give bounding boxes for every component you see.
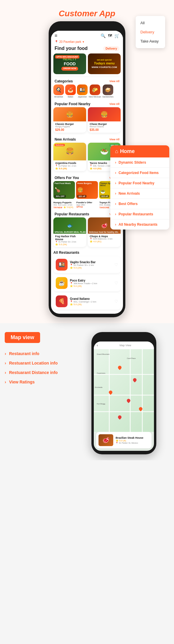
chevron-best-offers: › [115, 202, 116, 206]
map-restaurant-card[interactable]: 🥩 Brazilian Steak House ⭐ 5.0 (8) 📍 91 P… [96, 432, 152, 448]
all-restaurants-title: All Restaurants [53, 249, 121, 256]
popular-food-title: Popular Food Nearby [55, 102, 90, 106]
feature-view-ratings[interactable]: › View Ratings [5, 377, 73, 387]
home-item-categorized[interactable]: › Categorized Food Items [110, 168, 169, 178]
restaurant-fog-harbor[interactable]: 🐟 SPACIAL BURGER MEAL PLAN Fog Harbor Fi… [53, 217, 86, 247]
arrival-argentina[interactable]: 🍔 Delicious Argentina Foods 📍 91 Parker … [53, 143, 86, 171]
home-item-all-nearby[interactable]: › All Nearby Restaurants [110, 219, 169, 230]
best-offers-label: Best Offers [119, 202, 138, 206]
category-japanese[interactable]: 🍱 Japanese [77, 84, 88, 98]
cheez-burger-body: Cheez Burger Momun Snacks $35.00 [88, 121, 121, 133]
home-item-new-arrivals[interactable]: › New Arrivals [110, 188, 169, 199]
dropdown-takeway[interactable]: Take Away [136, 37, 165, 46]
vagito-heart-icon[interactable]: ♡ [114, 262, 118, 267]
banner-website: WWW.YOURSITE.COM [91, 66, 117, 69]
chevron-popular-food: › [115, 181, 116, 185]
chops-hops-name: Chops & Hops [90, 235, 119, 238]
category-breakfast[interactable]: 🍳 Breakfast [53, 84, 64, 98]
mexican-icon: 🌮 [90, 84, 100, 95]
banner-right[interactable]: eat and special Todays menu WWW.YOURSITE… [88, 53, 121, 74]
cheez-burger-price: $35.00 [90, 128, 119, 131]
cheez-burger-shop: Momun Snacks [90, 126, 119, 128]
offer-card-2[interactable]: $20 off Home Burgers 🍔 [76, 181, 98, 199]
map-pin-2[interactable] [132, 378, 137, 383]
banner-discount-badge: UPTO 60% DISCOUNT [55, 55, 79, 58]
grand-rating: ⭐ 5.0 (26) [70, 303, 112, 306]
grand-heart-icon[interactable]: ♡ [114, 299, 118, 304]
phone-notch-2 [112, 336, 136, 341]
home-item-dynamic-sliders[interactable]: › Dynamic Sliders [110, 157, 169, 168]
breakfast-label: Breakfast [54, 96, 63, 98]
back-icon[interactable]: ‹ [97, 343, 98, 347]
food-card-classic-burger[interactable]: 🍔 Classic Burger Hungry Puppets $29.00 [53, 107, 86, 133]
list-item-grand[interactable]: 🍕 Grand Italiano 📍 601, Cambrige • 2 km … [53, 293, 121, 310]
offer-card-1[interactable]: 50% OFF Fast Food Meals 🍗 [53, 181, 75, 199]
vagito-info: Vagito Snacks Bar 📍 91 Parker St • 1 km … [70, 261, 112, 269]
feature-restaurant-info[interactable]: › Restaurant info [5, 349, 73, 358]
home-item-best-offers[interactable]: › Best Offers [110, 199, 169, 209]
categories-header: Categories View All [51, 77, 123, 84]
fog-harbor-img: 🐟 SPACIAL BURGER MEAL PLAN [53, 217, 86, 234]
list-item-poco[interactable]: ☕ Poco Eatry 📍 366 Avon Trade • 2 km ⭐ 5… [53, 275, 121, 291]
feature-location-info[interactable]: › Restuarant Location info [5, 358, 73, 368]
home-panel: ⌂ Home › Dynamic Sliders › Categorized F… [110, 145, 169, 230]
chevron-all-nearby: › [115, 222, 116, 227]
food-text: FOOD [61, 61, 78, 66]
tacos-pin-icon: 📍 [90, 165, 92, 167]
search-icon[interactable]: 🔍 [101, 33, 106, 38]
cart-icon[interactable]: 🛒 [114, 33, 119, 38]
map-view-left: Map view › Restaurant info › Restuarant … [5, 332, 73, 387]
all-nearby-label: All Nearby Restaurants [119, 222, 157, 227]
map-phone-col: ‹ Map View [78, 332, 169, 454]
order-now-btn[interactable]: ORDER NOW [61, 67, 78, 70]
poco-heart-icon[interactable]: ♡ [114, 281, 118, 285]
banner-left[interactable]: UPTO 60% DISCOUNT HEALTY FOOD ORDER NOW [53, 53, 86, 74]
offer-1-addr: 302, Sun Luis • 2 km [53, 204, 75, 206]
offer-2-emoji: 🍔 [77, 187, 83, 193]
map-app-header: ‹ Map View [94, 341, 154, 349]
sandwiches-label: Sandwiches [102, 96, 114, 98]
location-bar[interactable]: 📍 20 Pavelian park ▾ [51, 40, 123, 45]
offer-1-name: Hungry Puppets [53, 201, 75, 204]
offer-2-badge: $20 off [77, 195, 86, 198]
delivery-dropdown[interactable]: All Delivery Take Away [136, 16, 165, 48]
banner-right-text: eat and special Todays menu WWW.YOURSITE… [90, 58, 118, 70]
category-italian[interactable]: 🍝 Italian [65, 84, 76, 98]
mexican-label: New Mexican [89, 96, 101, 98]
map-label-2: Card Place [127, 357, 136, 359]
map-label-5: Fort Bragg [97, 403, 105, 405]
app-header: ≡ 🔍 🗺 🛒 [51, 31, 123, 40]
vagito-addr: 📍 91 Parker St • 1 km [70, 264, 112, 266]
location-pin-icon: 📍 [55, 40, 58, 43]
delivery-badge[interactable]: Delivery [103, 46, 119, 51]
home-panel-title: Home [120, 148, 135, 155]
distance-info-label: Restuarant Distance info [9, 370, 58, 375]
offer-1-emoji: 🍗 [55, 187, 60, 193]
list-item-vagito[interactable]: 🍱 Vagito Snacks Bar 📍 91 Parker St • 1 k… [53, 256, 121, 273]
road-h1 [94, 374, 154, 375]
home-icon: ⌂ [115, 148, 118, 155]
new-arrivals-view-all[interactable]: View All [109, 138, 119, 141]
argentina-img: 🍔 Delicious [53, 143, 86, 160]
map-pin-1[interactable] [117, 365, 122, 370]
view-ratings-label: View Ratings [9, 380, 35, 384]
map-restaurant-img: 🥩 [99, 434, 113, 446]
dropdown-all[interactable]: All [136, 18, 165, 27]
home-item-popular-restaurants[interactable]: › Popular Restaurants [110, 209, 169, 219]
popular-food-view-all[interactable]: View All [109, 103, 119, 105]
map-pin-6[interactable] [117, 415, 122, 420]
food-card-cheez-burger[interactable]: 🍔 Cheez Burger Momun Snacks $35.00 [88, 107, 121, 133]
dropdown-delivery[interactable]: Delivery [136, 27, 165, 37]
feature-distance-info[interactable]: › Restuarant Distance info [5, 368, 73, 377]
argentina-name: Argentina Foods [55, 162, 84, 165]
category-mexican[interactable]: 🌮 New Mexican [89, 84, 101, 98]
map-icon[interactable]: 🗺 [108, 33, 112, 38]
argentina-badge: Delicious [55, 144, 65, 146]
find-food-title: Find your food [55, 46, 88, 51]
home-item-popular-food[interactable]: › Popular Food Nearby [110, 178, 169, 188]
poco-info: Poco Eatry 📍 366 Avon Trade • 2 km ⭐ 5.0… [70, 279, 112, 287]
category-sandwiches[interactable]: 🥪 Sandwiches [102, 84, 114, 98]
map-label-1: Grand Mountain [97, 353, 109, 355]
categories-view-all[interactable]: View All [109, 80, 119, 83]
hamburger-menu-icon[interactable]: ≡ [55, 33, 57, 38]
